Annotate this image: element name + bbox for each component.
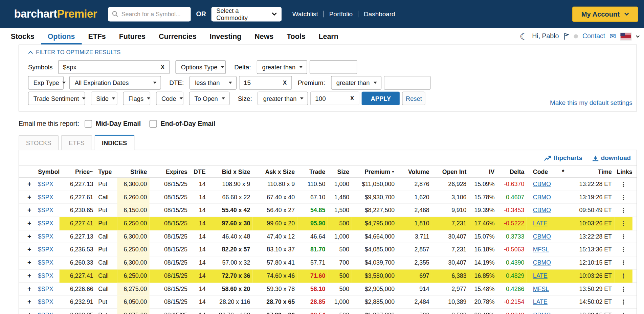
nav-item-stocks[interactable]: Stocks bbox=[4, 28, 41, 45]
code-link[interactable]: LATE bbox=[527, 269, 554, 283]
nav-item-currencies[interactable]: Currencies bbox=[152, 28, 203, 45]
expand-row-icon[interactable]: + bbox=[23, 256, 36, 270]
col-header-type[interactable]: Type bbox=[96, 168, 117, 175]
delta-operator-dropdown[interactable]: greater than bbox=[257, 60, 307, 74]
symbol-link[interactable]: $SPX bbox=[36, 283, 60, 296]
row-menu-icon[interactable]: ⋮ bbox=[614, 309, 632, 314]
row-menu-icon[interactable]: ⋮ bbox=[614, 269, 632, 283]
clear-dte-button[interactable]: X bbox=[278, 80, 291, 86]
tab-indices[interactable]: INDICES bbox=[94, 135, 134, 150]
code-link[interactable]: CBMO bbox=[527, 178, 554, 191]
expand-row-icon[interactable]: + bbox=[23, 178, 36, 191]
pennant-flag-icon[interactable] bbox=[563, 32, 569, 40]
expand-row-icon[interactable]: + bbox=[23, 283, 36, 296]
us-flag-icon[interactable] bbox=[620, 33, 631, 40]
code-link[interactable]: CBMO bbox=[527, 191, 554, 204]
contact-link[interactable]: Contact bbox=[582, 32, 605, 40]
symbol-search[interactable] bbox=[108, 7, 191, 21]
premium-operator-dropdown[interactable]: greater than bbox=[331, 76, 381, 89]
row-menu-icon[interactable]: ⋮ bbox=[614, 283, 632, 296]
expand-row-icon[interactable]: + bbox=[23, 204, 36, 217]
code-link[interactable]: MFSL bbox=[527, 243, 554, 256]
nav-item-investing[interactable]: Investing bbox=[203, 28, 248, 45]
trade-sentiment-dropdown[interactable]: Trade Sentiment bbox=[28, 92, 85, 105]
tab-etfs[interactable]: ETFS bbox=[61, 135, 92, 150]
to-open-dropdown[interactable]: To Open bbox=[189, 92, 230, 105]
col-header-strike[interactable]: Strike bbox=[117, 168, 149, 175]
symbol-search-input[interactable] bbox=[121, 11, 187, 18]
code-link[interactable]: MFSL bbox=[527, 283, 554, 296]
symbol-link[interactable]: $SPX bbox=[36, 217, 60, 230]
dark-mode-icon[interactable]: ☾ bbox=[520, 32, 528, 41]
row-menu-icon[interactable]: ⋮ bbox=[614, 217, 632, 230]
clear-symbols-button[interactable]: X bbox=[156, 64, 169, 70]
col-header-ask-x-size[interactable]: Ask x Size bbox=[253, 168, 297, 175]
col-header-code[interactable]: Code bbox=[527, 168, 554, 175]
default-settings-link[interactable]: Make this my default settings bbox=[550, 99, 632, 107]
nav-item-news[interactable]: News bbox=[248, 28, 280, 45]
col-header-bid-x-size[interactable]: Bid x Size bbox=[208, 168, 253, 175]
reset-button[interactable]: Reset bbox=[402, 92, 425, 105]
portfolio-link[interactable]: Portfolio bbox=[329, 10, 353, 18]
expand-row-icon[interactable]: + bbox=[23, 296, 36, 309]
delta-value-input[interactable] bbox=[310, 61, 357, 73]
nav-item-tools[interactable]: Tools bbox=[280, 28, 312, 45]
endofday-email-checkbox[interactable] bbox=[150, 120, 157, 128]
nav-item-learn[interactable]: Learn bbox=[312, 28, 345, 45]
flags-dropdown[interactable]: Flags bbox=[123, 92, 151, 105]
code-link[interactable]: CBMO bbox=[527, 309, 554, 314]
size-operator-dropdown[interactable]: greater than bbox=[258, 92, 308, 105]
col-header-symbol[interactable]: Symbol bbox=[36, 168, 60, 175]
flipcharts-link[interactable]: flipcharts bbox=[544, 154, 582, 162]
expand-row-icon[interactable]: + bbox=[23, 243, 36, 256]
envelope-icon[interactable]: ✉ bbox=[610, 32, 616, 40]
dte-operator-dropdown[interactable]: less than bbox=[190, 76, 237, 89]
chevron-down-icon[interactable] bbox=[636, 35, 640, 38]
code-link[interactable]: CBMO bbox=[527, 230, 554, 243]
row-menu-icon[interactable]: ⋮ bbox=[614, 178, 632, 191]
nav-item-futures[interactable]: Futures bbox=[112, 28, 152, 45]
clear-size-button[interactable]: X bbox=[345, 95, 359, 102]
filter-collapse-toggle[interactable]: FILTER TO OPTIMIZE RESULTS bbox=[28, 48, 121, 58]
col-header-expires[interactable]: Expires bbox=[150, 168, 190, 175]
symbol-link[interactable]: $SPX bbox=[36, 191, 60, 204]
symbols-input[interactable] bbox=[59, 61, 156, 73]
code-link[interactable]: CBMO bbox=[527, 256, 554, 270]
col-header-iv[interactable]: IV bbox=[469, 168, 497, 175]
row-menu-icon[interactable]: ⋮ bbox=[614, 243, 632, 256]
commodity-select[interactable]: Select a Commodity bbox=[212, 7, 282, 21]
row-menu-icon[interactable]: ⋮ bbox=[614, 230, 632, 243]
row-menu-icon[interactable]: ⋮ bbox=[614, 256, 632, 270]
user-greeting[interactable]: Hi, Pablo bbox=[532, 32, 559, 40]
dte-value-input[interactable] bbox=[240, 76, 278, 89]
symbol-link[interactable]: $SPX bbox=[36, 269, 60, 283]
col-header-size[interactable]: Size bbox=[328, 168, 352, 175]
my-account-button[interactable]: My Account bbox=[572, 6, 638, 22]
nav-item-etfs[interactable]: ETFs bbox=[82, 28, 112, 45]
size-value-input[interactable] bbox=[311, 92, 345, 105]
expiration-dates-dropdown[interactable]: All Expiration Dates bbox=[69, 76, 161, 89]
expand-row-icon[interactable]: + bbox=[23, 217, 36, 230]
barchart-logo[interactable]: barchartPremier bbox=[14, 8, 97, 21]
symbol-link[interactable]: $SPX bbox=[36, 309, 60, 314]
symbol-link[interactable]: $SPX bbox=[36, 230, 60, 243]
symbol-link[interactable]: $SPX bbox=[36, 178, 60, 191]
row-menu-icon[interactable]: ⋮ bbox=[614, 296, 632, 309]
col-header-premium[interactable]: Premium▼ bbox=[352, 168, 397, 175]
expand-row-icon[interactable]: + bbox=[23, 309, 36, 314]
col-header-links[interactable]: Links bbox=[614, 168, 632, 175]
code-link[interactable]: LATE bbox=[527, 296, 554, 309]
apply-button[interactable]: APPLY bbox=[362, 92, 400, 105]
download-link[interactable]: download bbox=[592, 154, 631, 162]
dashboard-link[interactable]: Dashboard bbox=[364, 10, 395, 18]
col-header-price[interactable]: Price~ bbox=[60, 168, 96, 175]
midday-email-checkbox[interactable] bbox=[85, 120, 92, 128]
col-header-open-int[interactable]: Open Int bbox=[432, 168, 469, 175]
expand-row-icon[interactable]: + bbox=[23, 191, 36, 204]
tab-stocks[interactable]: STOCKS bbox=[19, 135, 59, 150]
code-link[interactable]: LATE bbox=[527, 217, 554, 230]
code-dropdown[interactable]: Code bbox=[156, 92, 183, 105]
code-link[interactable]: CBMO bbox=[527, 204, 554, 217]
col-header-volume[interactable]: Volume bbox=[397, 168, 432, 175]
expand-row-icon[interactable]: + bbox=[23, 269, 36, 283]
